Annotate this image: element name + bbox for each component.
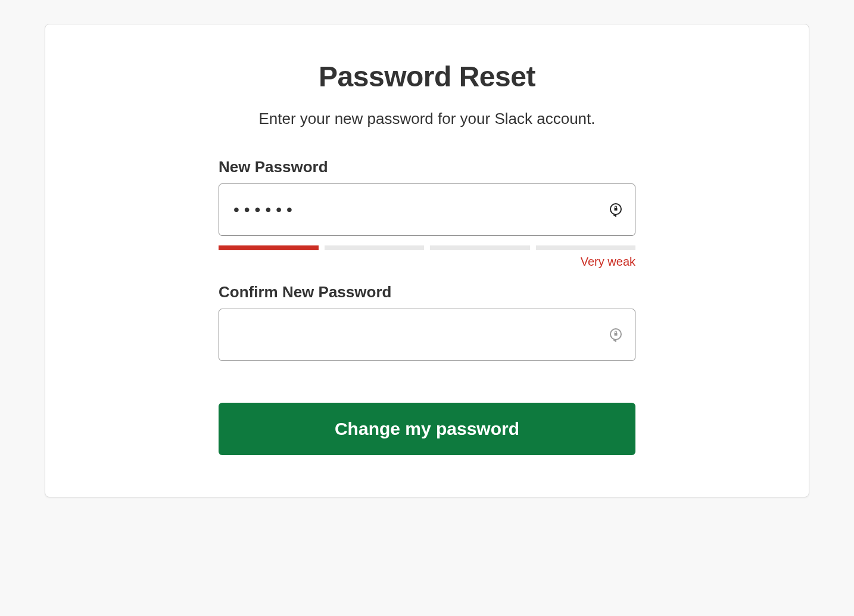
svg-rect-3 (615, 333, 618, 336)
card-content: Password Reset Enter your new password f… (219, 60, 635, 455)
confirm-password-input[interactable] (219, 309, 635, 361)
password-manager-icon[interactable] (608, 202, 624, 217)
password-manager-icon[interactable] (608, 327, 624, 343)
new-password-input[interactable] (219, 183, 635, 236)
strength-bar-1 (219, 245, 319, 250)
new-password-wrapper (219, 183, 635, 236)
confirm-password-label: Confirm New Password (219, 283, 635, 301)
svg-rect-1 (615, 208, 618, 211)
new-password-label: New Password (219, 158, 635, 176)
strength-label: Very weak (219, 255, 635, 269)
strength-bar-3 (430, 245, 530, 250)
password-reset-card: Password Reset Enter your new password f… (45, 24, 809, 497)
page-title: Password Reset (219, 60, 635, 93)
new-password-section: New Password Ve (219, 158, 635, 269)
change-password-button[interactable]: Change my password (219, 403, 635, 455)
strength-meter (219, 245, 635, 250)
strength-bar-2 (325, 245, 425, 250)
confirm-password-wrapper (219, 309, 635, 361)
confirm-password-section: Confirm New Password (219, 283, 635, 361)
strength-bar-4 (536, 245, 636, 250)
page-subtitle: Enter your new password for your Slack a… (219, 110, 635, 128)
